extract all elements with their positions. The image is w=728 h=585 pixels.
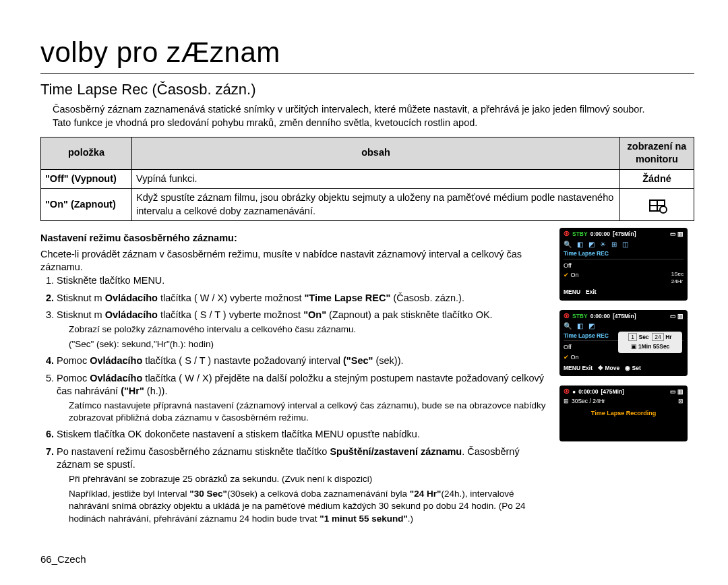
step-item: Pomoc Ovládacího tlačítka ( W / X) přejd…	[57, 372, 551, 425]
table-cell: Žádné	[620, 169, 694, 189]
page-title: volby pro zÆznam	[40, 34, 694, 74]
table-cell-icon	[620, 189, 694, 221]
step-note: Při přehrávání se zobrazuje 25 obrázků z…	[69, 473, 551, 485]
table-header: zobrazení na monitoru	[620, 137, 694, 169]
table-header: obsah	[132, 137, 620, 169]
options-table: položka obsah zobrazení na monitoru "Off…	[40, 137, 694, 222]
sub-heading: Nastavení režimu časosběrného záznamu:	[40, 232, 551, 245]
step-note: Zobrazí se položky záznamového intervalu…	[69, 324, 551, 336]
interval-label: 30Sec / 24Hr	[572, 398, 605, 405]
status-stby: STBY	[572, 230, 588, 238]
camera-screenshot: ⦿ STBY 0:00:00 [475Min] ▭ ▥ 🔍◧◩ Time Lap…	[559, 310, 688, 376]
table-row: "On" (Zapnout) Když spustíte záznam film…	[41, 189, 694, 221]
menu-title: Time Lapse REC	[564, 250, 684, 259]
step-item: Stisknut m Ovládacího tlačítka ( W / X) …	[57, 292, 551, 305]
intro-paragraph: Tato funkce je vhodná pro sledování pohy…	[53, 117, 694, 130]
step-note: Zatímco nastavujete přípravná nastavení …	[69, 400, 551, 424]
timer: 0:00:00	[590, 230, 610, 238]
lead-paragraph: Chcete-li provádět záznam v časosběrném …	[40, 248, 551, 274]
menu-option: Off	[564, 261, 572, 270]
interval-popup: 1 Sec 24 Hr ▣ 1Min 55Sec	[618, 332, 682, 353]
camera-screenshot: ⦿● 0:00:00 [475Min] ▭ ▥ ⊞ 30Sec / 24Hr ⊠…	[559, 386, 688, 441]
step-item: Stiskem tlačítka OK dokončete nastavení …	[57, 428, 551, 441]
step-item: Stisknut m Ovládacího tlačítka ( S / T )…	[57, 309, 551, 350]
menu-option: On	[571, 272, 579, 278]
table-cell: "Off" (Vypnout)	[41, 169, 132, 189]
table-cell: "On" (Zapnout)	[41, 189, 132, 221]
steps-list: Stiskněte tlačítko MENU. Stisknut m Ovlá…	[40, 274, 551, 525]
step-item: Pomoc Ovládacího tlačítka ( S / T ) nast…	[57, 355, 551, 368]
intro-paragraph: Časosběrný záznam zaznamenává statické s…	[53, 103, 694, 117]
recording-label: Time Lapse Recording	[564, 409, 684, 417]
magnify-icon: 🔍	[564, 240, 572, 249]
timelapse-icon	[649, 199, 665, 212]
step-note: Například, jestliže byl Interval "30 Sec…	[69, 488, 551, 525]
step-item: Po nastavení režimu časosběrného záznamu…	[57, 445, 551, 525]
section-heading: Time Lapse Rec (Časosb. zázn.)	[40, 80, 694, 100]
step-item: Stiskněte tlačítko MENU.	[57, 274, 551, 288]
table-cell: Když spustíte záznam filmu, jsou obrázky…	[132, 189, 620, 221]
remaining: [475Min]	[613, 230, 636, 238]
grid-clock-icon: ⊞	[564, 398, 569, 405]
page-number: 66_Czech	[40, 553, 86, 566]
step-note: ("Sec" (sek): sekund,"Hr"(h.): hodin)	[69, 338, 551, 350]
camera-icon: ⦿	[564, 230, 570, 238]
table-header: položka	[41, 137, 132, 169]
table-cell: Vypíná funkci.	[132, 169, 620, 189]
table-row: "Off" (Vypnout) Vypíná funkci. Žádné	[41, 169, 694, 189]
camera-screenshot: ⦿ STBY 0:00:00 [475Min] ▭ ▥ 🔍◧◩☀⊞◫ Time …	[559, 228, 688, 301]
